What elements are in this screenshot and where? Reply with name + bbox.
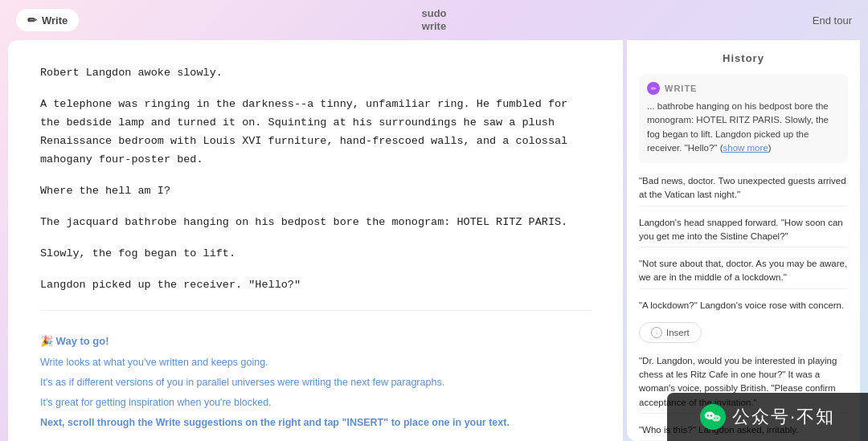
suggestion-title: 🎉 Way to go!: [40, 335, 591, 347]
svg-point-4: [711, 415, 720, 422]
wechat-overlay: 公众号·不知: [667, 393, 868, 441]
suggestion-box: 🎉 Way to go! Write looks at what you've …: [40, 327, 591, 430]
paragraph-5: Slowly, the fog began to lift.: [40, 245, 591, 263]
quote-4: "A lockdown?" Langdon's voice rose with …: [639, 296, 848, 316]
suggestion-line-2: It's as if different versions of you in …: [40, 375, 591, 390]
insert-button-1[interactable]: ↓ Insert: [639, 322, 702, 343]
main-content: Robert Langdon awoke slowly. A telephone…: [0, 40, 868, 441]
history-write-block: WRITE ... bathrobe hanging on his bedpos…: [639, 74, 848, 163]
write-button[interactable]: ✏ Write: [16, 9, 79, 31]
editor-panel: Robert Langdon awoke slowly. A telephone…: [8, 40, 623, 441]
write-label: Write: [42, 14, 68, 27]
pen-icon: ✏: [27, 14, 37, 27]
paragraph-6: Langdon picked up the receiver. "Hello?": [40, 276, 591, 295]
wechat-text: 公众号·不知: [732, 405, 835, 429]
history-panel: History WRITE ... bathrobe hanging on hi…: [627, 40, 860, 441]
quote-1: "Bad news, doctor. Two unexpected guests…: [639, 171, 848, 206]
svg-point-6: [717, 418, 719, 419]
paragraph-1: Robert Langdon awoke slowly.: [40, 64, 591, 83]
history-title: History: [639, 52, 848, 64]
wechat-icon: [700, 404, 726, 430]
svg-point-5: [714, 418, 715, 419]
top-bar: ✏ Write sudo write End tour: [0, 0, 868, 40]
divider: [40, 310, 591, 311]
party-icon: 🎉 Way to go!: [40, 335, 109, 347]
end-tour-button[interactable]: End tour: [813, 14, 852, 27]
editor-text: Robert Langdon awoke slowly. A telephone…: [40, 64, 591, 294]
history-group-1: "Bad news, doctor. Two unexpected guests…: [639, 171, 848, 316]
svg-point-2: [707, 414, 709, 416]
suggestion-line-4: Next, scroll through the Write suggestio…: [40, 415, 591, 431]
insert-icon-1: ↓: [651, 327, 662, 338]
suggestion-line-1: Write looks at what you've written and k…: [40, 355, 591, 370]
show-more-link[interactable]: show more: [723, 143, 768, 153]
brand-logo: sudo write: [421, 7, 446, 32]
quote-3: "Not sure about that, doctor. As you may…: [639, 254, 848, 289]
suggestion-line-3: It's great for getting inspiration when …: [40, 395, 591, 410]
write-header: WRITE: [647, 82, 840, 95]
svg-point-3: [710, 414, 712, 416]
write-icon: [647, 82, 660, 95]
write-label-badge: WRITE: [665, 84, 697, 93]
paragraph-4: The jacquard bathrobe hanging on his bed…: [40, 214, 591, 232]
quote-2: Langdon's head snapped forward. "How soo…: [639, 213, 848, 248]
paragraph-2: A telephone was ringing in the darkness-…: [40, 96, 591, 169]
paragraph-3: Where the hell am I?: [40, 182, 591, 201]
write-preview-text: ... bathrobe hanging on his bedpost bore…: [647, 100, 840, 155]
